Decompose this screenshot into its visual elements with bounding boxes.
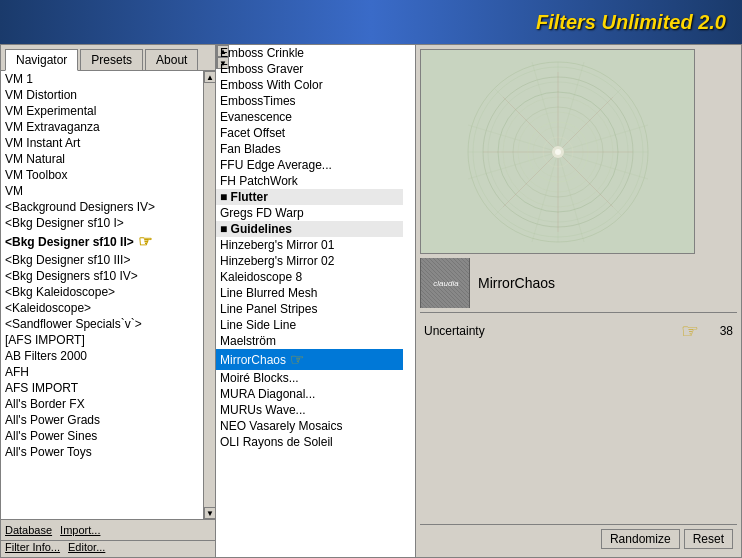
center-item[interactable]: Gregs FD Warp: [216, 205, 403, 221]
main-container: Navigator Presets About VM 1 VM Distorti…: [0, 44, 742, 558]
filter-name: MirrorChaos: [478, 275, 555, 291]
center-item[interactable]: Hinzeberg's Mirror 02: [216, 253, 403, 269]
left-list-container: VM 1 VM Distortion VM Experimental VM Ex…: [1, 71, 215, 519]
randomize-reset-bar: Randomize Reset: [420, 524, 737, 553]
param-value: 38: [703, 324, 733, 338]
center-item[interactable]: FFU Edge Average...: [216, 157, 403, 173]
preview-svg: [421, 50, 695, 254]
center-item[interactable]: Emboss With Color: [216, 77, 403, 93]
list-item[interactable]: VM 1: [1, 71, 203, 87]
param-arrow-icon: ☞: [681, 319, 699, 343]
list-item[interactable]: AB Filters 2000: [1, 348, 203, 364]
param-row: Uncertainty ☞ 38: [420, 317, 737, 345]
center-list-container: Emboss Crinkle Emboss Graver Emboss With…: [216, 45, 416, 557]
center-item[interactable]: Emboss Crinkle: [216, 45, 403, 61]
center-item[interactable]: EmbossTimes: [216, 93, 403, 109]
center-item[interactable]: NEO Vasarely Mosaics: [216, 418, 403, 434]
preview-image: [420, 49, 695, 254]
center-item[interactable]: Moiré Blocks...: [216, 370, 403, 386]
list-item[interactable]: All's Border FX: [1, 396, 203, 412]
center-section-header: ■ Flutter: [216, 189, 403, 205]
param-label: Uncertainty: [424, 324, 681, 338]
svg-point-20: [555, 149, 561, 155]
list-item[interactable]: <Bkg Designer sf10 III>: [1, 252, 203, 268]
randomize-button[interactable]: Randomize: [601, 529, 680, 549]
center-item[interactable]: Kaleidoscope 8: [216, 269, 403, 285]
center-section-header: ■ Guidelines: [216, 221, 403, 237]
scroll-up-arrow[interactable]: ▲: [204, 71, 215, 83]
list-item[interactable]: VM Extravaganza: [1, 119, 203, 135]
center-item[interactable]: Evanescence: [216, 109, 403, 125]
center-item[interactable]: MURA Diagonal...: [216, 386, 403, 402]
list-item[interactable]: VM Toolbox: [1, 167, 203, 183]
list-item[interactable]: [AFS IMPORT]: [1, 332, 203, 348]
list-item[interactable]: <Sandflower Specials`v`>: [1, 316, 203, 332]
editor-button[interactable]: Editor...: [68, 541, 105, 553]
list-item[interactable]: VM Experimental: [1, 103, 203, 119]
list-item[interactable]: <Bkg Designers sf10 IV>: [1, 268, 203, 284]
left-panel: Navigator Presets About VM 1 VM Distorti…: [1, 45, 216, 557]
title-bar: Filters Unlimited 2.0: [0, 0, 742, 44]
filter-info-button[interactable]: Filter Info...: [5, 541, 60, 553]
params-area: Uncertainty ☞ 38: [420, 313, 737, 524]
left-list-scroll[interactable]: VM 1 VM Distortion VM Experimental VM Ex…: [1, 71, 203, 519]
center-item[interactable]: Line Blurred Mesh: [216, 285, 403, 301]
center-item-selected[interactable]: MirrorChaos ☞: [216, 349, 403, 370]
list-item[interactable]: <Bkg Kaleidoscope>: [1, 284, 203, 300]
center-item[interactable]: Line Side Line: [216, 317, 403, 333]
center-item[interactable]: Fan Blades: [216, 141, 403, 157]
list-item[interactable]: VM Instant Art: [1, 135, 203, 151]
scroll-track: [204, 83, 215, 507]
list-item[interactable]: All's Power Toys: [1, 444, 203, 460]
reset-button[interactable]: Reset: [684, 529, 733, 549]
filter-thumbnail: claudia: [420, 258, 470, 308]
database-button[interactable]: Database: [5, 524, 52, 536]
tab-presets[interactable]: Presets: [80, 49, 143, 70]
list-item[interactable]: <Background Designers IV>: [1, 199, 203, 215]
right-panel: Emboss Crinkle Emboss Graver Emboss With…: [216, 45, 741, 557]
preview-panel: claudia MirrorChaos Uncertainty ☞ 38 Ran…: [416, 45, 741, 557]
list-item[interactable]: VM: [1, 183, 203, 199]
center-item[interactable]: Hinzeberg's Mirror 01: [216, 237, 403, 253]
list-item[interactable]: <Bkg Designer sf10 I>: [1, 215, 203, 231]
list-item[interactable]: <Kaleidoscope>: [1, 300, 203, 316]
list-item[interactable]: AFH: [1, 364, 203, 380]
center-item[interactable]: Facet Offset: [216, 125, 403, 141]
center-item[interactable]: Line Panel Stripes: [216, 301, 403, 317]
center-item[interactable]: FH PatchWork: [216, 173, 403, 189]
center-item[interactable]: Emboss Graver: [216, 61, 403, 77]
tab-about[interactable]: About: [145, 49, 198, 70]
list-item[interactable]: All's Power Grads: [1, 412, 203, 428]
list-item[interactable]: AFS IMPORT: [1, 380, 203, 396]
list-item[interactable]: VM Distortion: [1, 87, 203, 103]
left-toolbar-2: Filter Info... Editor...: [1, 540, 215, 557]
left-scrollbar[interactable]: ▲ ▼: [203, 71, 215, 519]
filter-info-row: claudia MirrorChaos: [420, 254, 737, 313]
middle-area: Emboss Crinkle Emboss Graver Emboss With…: [216, 45, 741, 557]
thumb-svg: claudia: [421, 258, 469, 308]
left-toolbar: Database Import...: [1, 519, 215, 540]
app-title: Filters Unlimited 2.0: [536, 11, 726, 34]
center-list-scroll[interactable]: Emboss Crinkle Emboss Graver Emboss With…: [216, 45, 403, 557]
import-button[interactable]: Import...: [60, 524, 100, 536]
list-item-selected[interactable]: <Bkg Designer sf10 II> ☞: [1, 231, 203, 252]
svg-text:claudia: claudia: [433, 279, 459, 288]
tab-navigator[interactable]: Navigator: [5, 49, 78, 71]
scroll-down-arrow[interactable]: ▼: [204, 507, 215, 519]
center-item[interactable]: OLI Rayons de Soleil: [216, 434, 403, 450]
center-item[interactable]: MURUs Wave...: [216, 402, 403, 418]
center-item[interactable]: Maelström: [216, 333, 403, 349]
tab-bar: Navigator Presets About: [1, 45, 215, 71]
list-item[interactable]: All's Power Sines: [1, 428, 203, 444]
list-item[interactable]: VM Natural: [1, 151, 203, 167]
